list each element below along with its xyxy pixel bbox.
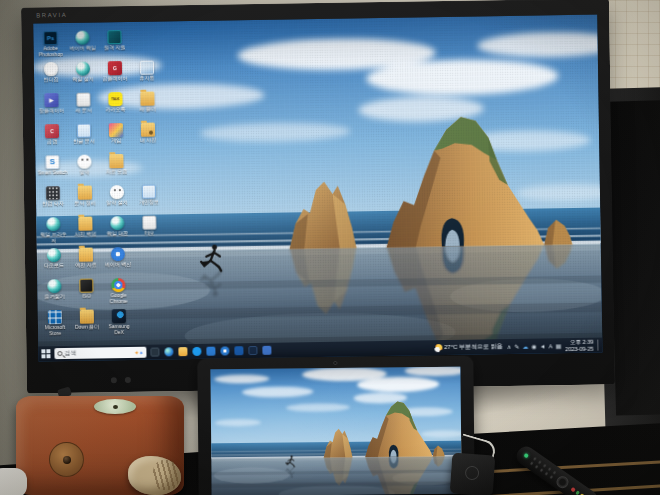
- desktop-icon-owl[interactable]: 알약: [69, 154, 99, 183]
- desktop-icon-folder[interactable]: Down 폴더: [72, 309, 102, 338]
- taskbar-app-word[interactable]: [234, 346, 243, 355]
- desktop-icon-whale[interactable]: 웨일 설치: [68, 61, 98, 90]
- tray-onedrive-cloud[interactable]: ☁: [522, 343, 528, 349]
- folder-icon: [140, 92, 154, 106]
- icon-label: 메모: [135, 230, 165, 241]
- taskbar-app-photos[interactable]: [220, 346, 229, 355]
- desktop-icon-winstore[interactable]: Microsoft Store: [40, 310, 70, 339]
- taskbar-app-file-explorer[interactable]: [178, 347, 187, 356]
- icon-label: 새 문서: [69, 107, 99, 118]
- folder-icon: [109, 154, 123, 168]
- whale-icon: [47, 248, 61, 262]
- trash-icon: [140, 61, 154, 75]
- desktop-icon-gom[interactable]: G곰플레이어: [100, 61, 130, 90]
- bluedoc-icon: [142, 185, 156, 199]
- bluedoc-icon: [77, 124, 91, 138]
- photo-of-desk-setup: BRAVIA PsAdobe Photoshop네이버 웨일원격 지원반디집웨일…: [0, 0, 660, 495]
- desktop-icon-bluedoc[interactable]: 개인정보: [134, 184, 164, 213]
- pot-icon: ▶: [44, 93, 58, 107]
- icon-label: 즐겨찾기: [40, 294, 70, 305]
- desktop-icon-bluedoc[interactable]: 한글 문서: [69, 123, 99, 152]
- desktop-icon-trash[interactable]: 휴지통: [132, 60, 162, 89]
- tray-security-shield[interactable]: ◉: [531, 343, 536, 349]
- desktop-icon-kakao[interactable]: TALK카카오톡: [100, 92, 130, 121]
- desktop-icon-whale[interactable]: 웨일 대전: [102, 216, 132, 245]
- search-placeholder: 검색: [64, 349, 76, 358]
- doc-icon: [76, 93, 90, 107]
- desktop-icon-gomcam[interactable]: C곰캠: [37, 124, 67, 153]
- desktop-icon-owl[interactable]: 알약 설치: [102, 185, 132, 214]
- desktop-icon-whale[interactable]: 네이버 웨일: [67, 30, 97, 59]
- desktop-icon-ps[interactable]: PsAdobe Photoshop: [35, 31, 65, 60]
- icon-label: 다운로드: [39, 263, 69, 274]
- desktop-icon-whale[interactable]: 웨일 브라우저: [38, 217, 68, 246]
- remote-color-buttons: [571, 487, 589, 495]
- taskbar-app-paint[interactable]: [262, 346, 271, 355]
- sswitch-icon: S: [45, 155, 59, 169]
- box-front-medallion: [49, 442, 84, 477]
- desktop-icon-doc[interactable]: 메모: [134, 215, 164, 244]
- desktop-icon-bluec2[interactable]: 네이버 백신: [103, 247, 133, 276]
- show-desktop-button[interactable]: [597, 340, 599, 351]
- tealapp-icon: [107, 30, 121, 44]
- doc-icon: [142, 216, 156, 230]
- monitor-brand-label: BRAVIA: [36, 12, 67, 18]
- desktop-icon-dkyellow[interactable]: ISO: [71, 278, 101, 307]
- desktop-icon-folderp[interactable]: 내 사진: [133, 122, 163, 151]
- folderp-icon: [141, 123, 155, 137]
- weather-text: 27°C 부분적으로 맑음: [444, 342, 503, 352]
- owl-icon: [77, 155, 91, 169]
- whale-icon: [75, 31, 89, 45]
- icon-label: 한컴 타자: [38, 201, 68, 212]
- tray-pen[interactable]: ✎: [514, 343, 519, 349]
- search-box[interactable]: 검색 ✦✦: [54, 347, 146, 359]
- whale-icon: [47, 279, 61, 293]
- kbd-icon: [46, 186, 60, 200]
- desktop-icon-kbd[interactable]: 한컴 타자: [38, 186, 68, 215]
- icon-label: 개인정보: [134, 199, 164, 210]
- desktop-icon-folder[interactable]: 문서 정리: [70, 185, 100, 214]
- desktop-icon-doc[interactable]: 새 문서: [68, 92, 98, 121]
- desktop-icon-folder[interactable]: 예전 자료: [71, 247, 101, 276]
- desktop-icon-folder[interactable]: 자료 모음: [101, 154, 131, 183]
- desktop-icon-chrome[interactable]: Google Chrome: [103, 278, 133, 307]
- folder-icon: [80, 310, 94, 324]
- tray-touch-keyboard[interactable]: ▦: [556, 343, 562, 349]
- taskbar-app-mybox[interactable]: [206, 347, 215, 356]
- taskbar-clock[interactable]: 오후 2:39 2023-09-25: [565, 339, 593, 352]
- taskbar-app-edge[interactable]: [164, 347, 173, 356]
- desktop-icon-pot[interactable]: ▶팟플레이어: [36, 93, 66, 122]
- tray-volume[interactable]: ◄: [540, 343, 546, 349]
- desktop-icon-grid: PsAdobe Photoshop네이버 웨일원격 지원반디집웨일 설치G곰플레…: [33, 15, 602, 362]
- desktop-icon-whale[interactable]: 다운로드: [39, 248, 69, 277]
- icon-label: Smart Switch: [38, 170, 68, 181]
- taskbar-app-naver[interactable]: [248, 346, 257, 355]
- desktop-icon-whale[interactable]: 즐겨찾기: [39, 279, 69, 308]
- start-button[interactable]: [41, 349, 50, 358]
- taskbar-right: 27°C 부분적으로 맑음 ∧✎☁◉◄A▦ 오후 2:39 2023-09-25: [434, 339, 599, 355]
- icon-label: Google Chrome: [104, 293, 134, 304]
- webcam-icon: [333, 361, 337, 365]
- desktop-icon-samsung[interactable]: Samsung DeX: [104, 309, 134, 338]
- tray-ime-korean[interactable]: A: [549, 343, 553, 349]
- bezel-stickers: [111, 376, 161, 383]
- icon-label: 새 폴더: [133, 106, 163, 117]
- winstore-icon: [48, 310, 62, 324]
- beach-wallpaper: [210, 367, 461, 495]
- weather-widget[interactable]: 27°C 부분적으로 맑음: [434, 342, 503, 352]
- desktop-icon-folder[interactable]: 새 폴더: [132, 91, 162, 120]
- icon-label: 웨일 브라우저: [39, 232, 69, 243]
- icon-label: Adobe Photoshop: [36, 46, 66, 57]
- folder-icon: [79, 248, 93, 262]
- desktop-icon-sswitch[interactable]: SSmart Switch: [37, 155, 67, 184]
- taskbar-app-snipping[interactable]: [150, 348, 159, 357]
- icon-label: 곰플레이어: [100, 76, 130, 87]
- desktop-icon-game[interactable]: 게임: [101, 123, 131, 152]
- icon-label: 휴지통: [132, 75, 162, 86]
- taskbar-app-twitter[interactable]: [192, 347, 201, 356]
- desktop-icon-folder[interactable]: 사진 백업: [70, 216, 100, 245]
- partly-sunny-icon: [434, 344, 442, 352]
- desktop-icon-cat[interactable]: 반디집: [36, 62, 66, 91]
- tray-hidden-icons-chevron[interactable]: ∧: [507, 343, 511, 349]
- desktop-icon-tealapp[interactable]: 원격 지원: [99, 30, 129, 59]
